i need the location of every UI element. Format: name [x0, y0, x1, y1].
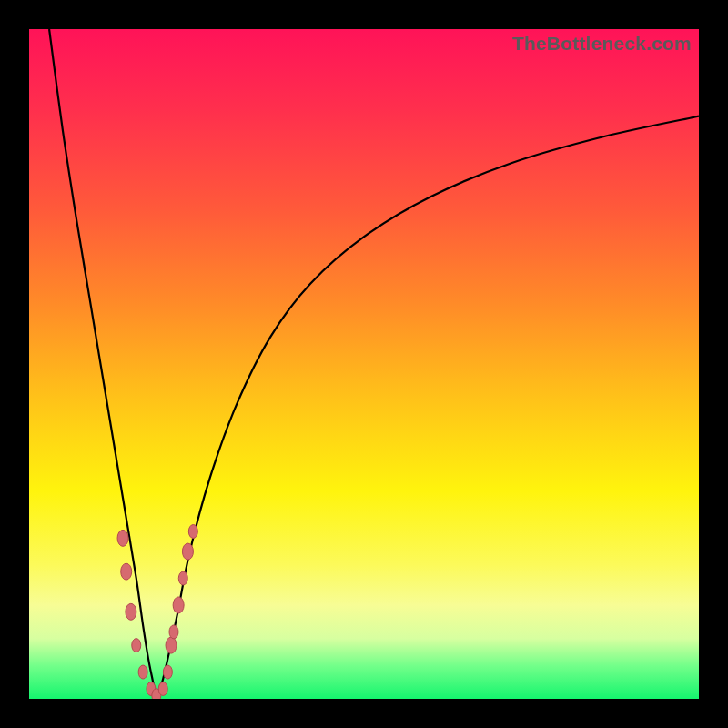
curve-marker [166, 637, 177, 653]
curve-marker [163, 665, 172, 679]
curve-marker [182, 543, 193, 560]
curve-marker [117, 530, 128, 546]
curve-marker [126, 603, 136, 620]
marker-cluster [117, 525, 197, 700]
curve-marker [178, 571, 187, 585]
curve-marker [188, 525, 197, 539]
curve-marker [158, 682, 167, 695]
right-branch-curve [157, 116, 699, 699]
curve-svg [29, 29, 699, 699]
left-branch-curve [49, 29, 157, 699]
curve-marker [121, 563, 132, 580]
plot-area: TheBottleneck.com [29, 29, 699, 699]
curve-marker [169, 625, 178, 639]
chart-frame: TheBottleneck.com [0, 0, 728, 728]
curve-marker [138, 665, 147, 679]
curve-marker [132, 639, 141, 652]
curve-marker [173, 597, 184, 613]
